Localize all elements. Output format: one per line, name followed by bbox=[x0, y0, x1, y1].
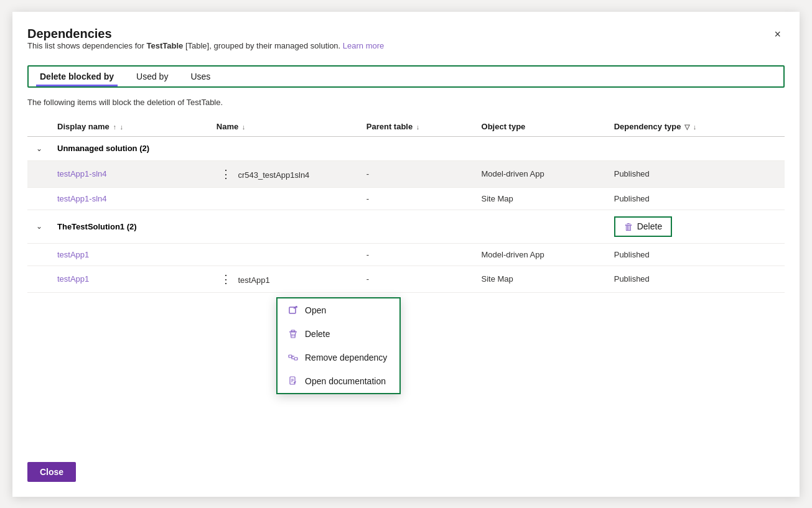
delete-group-button[interactable]: 🗑 Delete bbox=[614, 216, 672, 237]
dependencies-table: Display name ↑ ↓ Name ↓ Parent table ↓ O… bbox=[27, 117, 785, 293]
context-menu-trigger-2[interactable]: ⋮ bbox=[217, 272, 236, 286]
row-parent-table-4: - bbox=[360, 266, 475, 292]
row-name-4: ⋮ testApp1 bbox=[210, 266, 360, 292]
table-row: testApp1-sln4 ⋮ cr543_testApp1sln4 - Mod… bbox=[27, 160, 785, 187]
table-row: testApp1 ⋮ testApp1 - Site Map Published bbox=[27, 266, 785, 292]
row-dependency-type-3: Published bbox=[608, 243, 785, 266]
parent-sort-icon[interactable]: ↓ bbox=[416, 123, 420, 131]
row-indent-3 bbox=[27, 243, 51, 266]
learn-more-link[interactable]: Learn more bbox=[343, 41, 384, 50]
col-display-name: Display name ↑ ↓ bbox=[51, 117, 210, 137]
row-indent bbox=[27, 187, 51, 210]
close-icon[interactable]: × bbox=[770, 27, 785, 42]
row-object-type-3: Model-driven App bbox=[475, 243, 608, 266]
svg-rect-2 bbox=[289, 331, 297, 333]
remove-dep-label: Remove dependency bbox=[305, 353, 387, 363]
table-row: testApp1 - Model-driven App Published bbox=[27, 243, 785, 266]
tab-uses[interactable]: Uses bbox=[179, 67, 222, 86]
context-menu-item-remove-dep[interactable]: Remove dependency bbox=[278, 346, 399, 369]
context-menu-item-open[interactable]: Open bbox=[278, 298, 399, 322]
col-expand bbox=[27, 117, 51, 137]
subtitle-suffix: , grouped by their managed solution. bbox=[209, 41, 340, 50]
svg-rect-5 bbox=[289, 355, 292, 358]
group-label-testsolution: TheTestSolution1 (2) bbox=[51, 210, 608, 243]
dialog-subtitle: This list shows dependencies for TestTab… bbox=[27, 41, 384, 50]
row-dependency-type-2: Published bbox=[608, 187, 785, 210]
app-link-4[interactable]: testApp1 bbox=[57, 274, 89, 284]
row-name-3 bbox=[210, 243, 360, 266]
row-indent bbox=[27, 160, 51, 187]
entity-type: [Table] bbox=[185, 41, 209, 50]
remove-dep-icon bbox=[287, 352, 299, 363]
group-row-testsolution: ⌄ TheTestSolution1 (2) 🗑 Delete bbox=[27, 210, 785, 243]
open-doc-icon bbox=[287, 376, 299, 387]
row-object-type: Model-driven App bbox=[475, 160, 608, 187]
svg-rect-6 bbox=[294, 358, 297, 360]
subtitle-prefix: This list shows dependencies for bbox=[27, 41, 146, 50]
row-display-name: testApp1-sln4 bbox=[51, 187, 210, 210]
row-indent-4 bbox=[27, 266, 51, 292]
table-container: Display name ↑ ↓ Name ↓ Parent table ↓ O… bbox=[27, 117, 785, 450]
dialog-footer: Close bbox=[27, 450, 785, 482]
dep-filter-icon[interactable]: ▽ bbox=[684, 123, 689, 131]
context-menu-trigger[interactable]: ⋮ bbox=[217, 167, 236, 181]
open-icon bbox=[287, 305, 299, 316]
sort-asc-icon[interactable]: ↑ bbox=[113, 123, 116, 131]
entity-name: TestTable bbox=[146, 41, 183, 50]
table-row: testApp1-sln4 - Site Map Published bbox=[27, 187, 785, 210]
row-dots-cell: ⋮ cr543_testApp1sln4 bbox=[210, 160, 360, 187]
context-menu-item-delete[interactable]: Delete bbox=[278, 322, 399, 346]
row-dependency-type: Published bbox=[608, 160, 785, 187]
block-description: The following items will block the delet… bbox=[27, 98, 785, 107]
row-parent-table: - bbox=[360, 160, 475, 187]
dependencies-dialog: Dependencies This list shows dependencie… bbox=[12, 12, 800, 497]
row-object-type-4: Site Map bbox=[475, 266, 608, 292]
row-display-name-4: testApp1 bbox=[51, 266, 210, 292]
row-parent-table-2: - bbox=[360, 187, 475, 210]
delete-menu-label: Delete bbox=[305, 329, 330, 339]
name-sort-icon[interactable]: ↓ bbox=[242, 123, 246, 131]
open-doc-label: Open documentation bbox=[305, 376, 386, 386]
group-delete-cell: 🗑 Delete bbox=[608, 210, 785, 243]
tabs-container: Delete blocked by Used by Uses bbox=[27, 65, 785, 88]
sort-desc-icon[interactable]: ↓ bbox=[120, 123, 124, 131]
row-name-2 bbox=[210, 187, 360, 210]
row-object-type-2: Site Map bbox=[475, 187, 608, 210]
row-display-name-3: testApp1 bbox=[51, 243, 210, 266]
group-row-unmanaged: ⌄ Unmanaged solution (2) bbox=[27, 136, 785, 160]
context-menu-item-open-doc[interactable]: Open documentation bbox=[278, 369, 399, 393]
dialog-header: Dependencies This list shows dependencie… bbox=[27, 27, 785, 60]
col-object-type: Object type bbox=[475, 117, 608, 137]
close-dialog-button[interactable]: Close bbox=[27, 462, 76, 482]
app-link-3[interactable]: testApp1 bbox=[57, 250, 89, 259]
row-name: cr543_testApp1sln4 bbox=[238, 170, 309, 180]
group-label-unmanaged: Unmanaged solution (2) bbox=[51, 136, 785, 160]
delete-icon: 🗑 bbox=[624, 221, 633, 232]
col-dependency-type: Dependency type ▽ ↓ bbox=[608, 117, 785, 137]
context-menu: Open Delete bbox=[276, 297, 401, 394]
tab-used-by[interactable]: Used by bbox=[125, 67, 179, 86]
app-link-2[interactable]: testApp1-sln4 bbox=[57, 194, 107, 203]
row-display-name: testApp1-sln4 bbox=[51, 160, 210, 187]
delete-menu-icon bbox=[287, 328, 299, 339]
col-name: Name ↓ bbox=[210, 117, 360, 137]
row-parent-table-3: - bbox=[360, 243, 475, 266]
dialog-title: Dependencies bbox=[27, 27, 384, 41]
row-dependency-type-4: Published bbox=[608, 266, 785, 292]
app-link[interactable]: testApp1-sln4 bbox=[57, 169, 107, 178]
svg-rect-1 bbox=[291, 330, 295, 331]
col-parent-table: Parent table ↓ bbox=[360, 117, 475, 137]
tab-delete-blocked-by[interactable]: Delete blocked by bbox=[29, 67, 125, 86]
group-expand-btn-unmanaged[interactable]: ⌄ bbox=[34, 143, 45, 154]
group-expand-btn-testsolution[interactable]: ⌄ bbox=[34, 221, 45, 232]
dep-sort-icon[interactable]: ↓ bbox=[693, 123, 697, 131]
table-header-row: Display name ↑ ↓ Name ↓ Parent table ↓ O… bbox=[27, 117, 785, 137]
open-label: Open bbox=[305, 305, 326, 315]
delete-label: Delete bbox=[637, 221, 662, 231]
